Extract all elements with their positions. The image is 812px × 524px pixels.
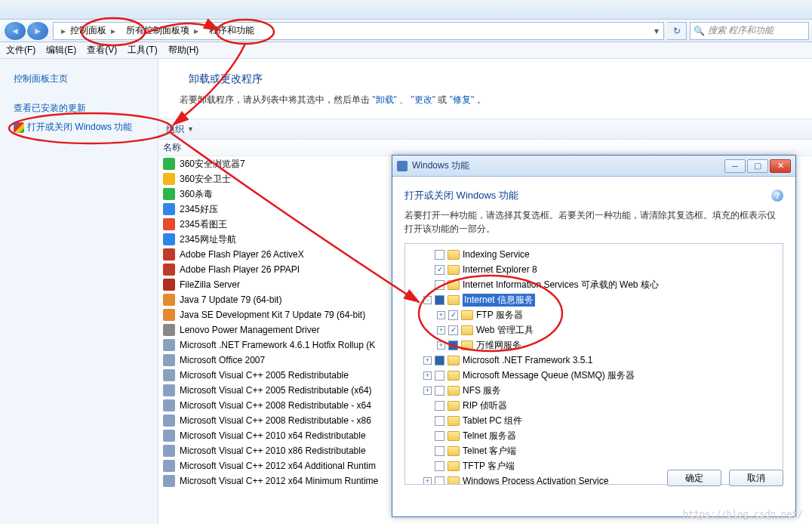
breadcrumb-mid[interactable]: 所有控制面板项▸: [123, 23, 206, 39]
feature-checkbox[interactable]: [435, 476, 444, 485]
expand-toggle: [423, 432, 432, 440]
expand-toggle[interactable]: +: [423, 477, 432, 485]
folder-icon: [448, 476, 460, 485]
feature-checkbox[interactable]: [435, 386, 444, 396]
feature-node[interactable]: Telnet 服务器: [407, 428, 781, 443]
feature-icon: [397, 161, 408, 171]
search-icon: 🔍: [694, 26, 705, 36]
refresh-button[interactable]: ↻: [667, 22, 687, 40]
expand-toggle[interactable]: +: [437, 326, 445, 334]
breadcrumb-root[interactable]: ▸控制面板▸: [54, 23, 123, 39]
ok-button[interactable]: 确定: [667, 470, 721, 486]
program-icon: [163, 218, 175, 230]
organize-button[interactable]: 组织: [166, 123, 184, 136]
feature-label: FTP 服务器: [476, 309, 523, 322]
feature-checkbox[interactable]: [435, 280, 444, 290]
feature-checkbox[interactable]: [435, 265, 444, 275]
address-bar[interactable]: ▸控制面板▸ 所有控制面板项▸ 程序和功能 ▾: [53, 22, 664, 40]
program-name: 2345好压: [180, 203, 218, 216]
expand-toggle[interactable]: +: [437, 341, 445, 350]
feature-checkbox[interactable]: [448, 310, 458, 320]
program-icon: [163, 233, 175, 245]
program-name: Microsoft Office 2007: [180, 355, 265, 365]
feature-label: Web 管理工具: [476, 324, 534, 337]
menu-file[interactable]: 文件(F): [6, 44, 35, 57]
feature-node[interactable]: +万维网服务: [407, 338, 781, 353]
feature-checkbox[interactable]: [435, 431, 444, 441]
sidebar-windows-features[interactable]: 打开或关闭 Windows 功能: [0, 118, 158, 137]
feature-node[interactable]: Tablet PC 组件: [407, 413, 781, 428]
expand-toggle[interactable]: +: [437, 311, 445, 319]
feature-node[interactable]: +Microsoft .NET Framework 3.5.1: [407, 353, 781, 368]
feature-node[interactable]: +Web 管理工具: [407, 322, 781, 338]
expand-toggle: [423, 462, 432, 470]
feature-node[interactable]: RIP 侦听器: [407, 398, 781, 413]
watermark: https://blog.csdn.net/: [683, 509, 803, 519]
back-button[interactable]: ◄: [5, 22, 26, 40]
folder-icon: [461, 325, 473, 335]
program-icon: [163, 324, 175, 336]
program-icon: [163, 369, 175, 381]
feature-checkbox[interactable]: [435, 250, 444, 260]
feature-checkbox[interactable]: [448, 325, 458, 335]
program-name: Java SE Development Kit 7 Update 79 (64-…: [180, 310, 365, 320]
feature-node[interactable]: Indexing Service: [407, 247, 781, 262]
feature-node[interactable]: +FTP 服务器: [407, 307, 781, 322]
program-name: 360安全浏览器7: [180, 158, 245, 171]
feature-checkbox[interactable]: [435, 416, 444, 426]
feature-node[interactable]: Telnet 客户端: [407, 443, 781, 458]
col-name[interactable]: 名称: [163, 141, 181, 154]
maximize-button[interactable]: ▢: [747, 159, 768, 173]
folder-icon: [461, 310, 473, 320]
program-name: Adobe Flash Player 26 PPAPI: [180, 264, 300, 275]
sidebar-updates[interactable]: 查看已安装的更新: [0, 99, 158, 118]
feature-node[interactable]: Internet Explorer 8: [407, 262, 781, 277]
menu-tools[interactable]: 工具(T): [128, 44, 157, 57]
menu-edit[interactable]: 编辑(E): [46, 44, 76, 57]
chevron-down-icon: ▼: [187, 125, 194, 133]
feature-checkbox[interactable]: [435, 295, 444, 305]
forward-button[interactable]: ►: [27, 22, 48, 40]
expand-toggle[interactable]: +: [423, 371, 432, 380]
program-name: Microsoft Visual C++ 2010 x64 Redistribu…: [180, 430, 366, 441]
menu-view[interactable]: 查看(V): [87, 44, 117, 57]
folder-icon: [448, 461, 460, 471]
minimize-button[interactable]: ─: [724, 159, 746, 173]
program-icon: [163, 445, 175, 457]
list-toolbar: 组织▼: [158, 119, 812, 140]
expand-toggle[interactable]: +: [423, 387, 432, 395]
feature-node[interactable]: +NFS 服务: [407, 383, 781, 398]
menu-help[interactable]: 帮助(H): [168, 44, 199, 57]
program-name: 2345网址导航: [180, 233, 236, 246]
program-name: Java 7 Update 79 (64-bit): [180, 294, 281, 305]
feature-checkbox[interactable]: [435, 356, 444, 365]
breadcrumb-leaf[interactable]: 程序和功能: [206, 23, 257, 39]
folder-icon: [448, 265, 460, 275]
folder-icon: [448, 401, 460, 411]
feature-checkbox[interactable]: [435, 401, 444, 411]
folder-icon: [448, 250, 460, 260]
expand-toggle: [423, 447, 432, 455]
expand-toggle[interactable]: -: [423, 296, 432, 304]
search-placeholder: 搜索 程序和功能: [708, 24, 774, 37]
feature-node[interactable]: -Internet 信息服务: [407, 292, 781, 307]
feature-checkbox[interactable]: [435, 461, 444, 471]
window-titlebar: [0, 0, 812, 20]
feature-node[interactable]: Internet Information Services 可承载的 Web 核…: [407, 277, 781, 292]
feature-label: Microsoft Message Queue (MSMQ) 服务器: [463, 369, 635, 382]
feature-label: 万维网服务: [476, 339, 521, 352]
feature-checkbox[interactable]: [448, 341, 458, 350]
address-dropdown-icon[interactable]: ▾: [650, 26, 663, 36]
cancel-button[interactable]: 取消: [729, 470, 783, 486]
feature-checkbox[interactable]: [435, 371, 444, 381]
program-icon: [163, 339, 175, 351]
close-button[interactable]: ✕: [770, 159, 791, 173]
sidebar-home[interactable]: 控制面板主页: [0, 69, 158, 88]
feature-checkbox[interactable]: [435, 446, 444, 456]
feature-node[interactable]: +Microsoft Message Queue (MSMQ) 服务器: [407, 368, 781, 383]
search-input[interactable]: 🔍搜索 程序和功能: [690, 22, 809, 40]
dialog-titlebar[interactable]: Windows 功能 ─ ▢ ✕: [392, 156, 795, 177]
expand-toggle[interactable]: +: [423, 356, 432, 365]
features-tree[interactable]: Indexing ServiceInternet Explorer 8Inter…: [404, 243, 783, 485]
help-icon[interactable]: ?: [771, 190, 783, 202]
